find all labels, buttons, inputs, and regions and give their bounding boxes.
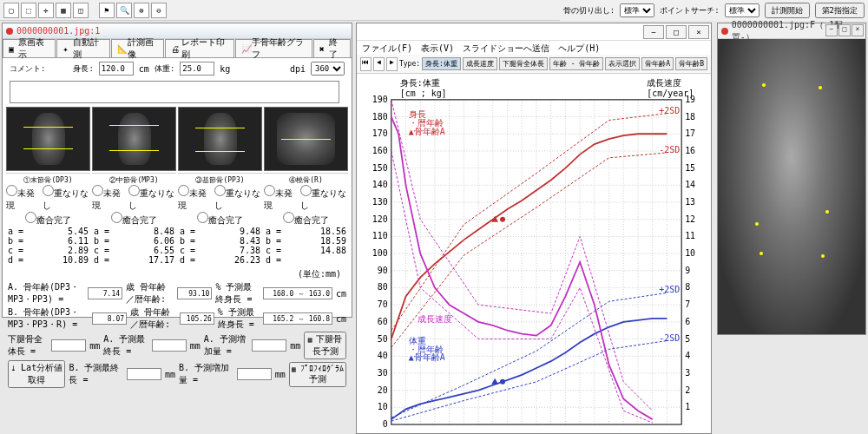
- dpi-select[interactable]: 360: [311, 62, 345, 76]
- lower-body-label: 下腿骨全体長 =: [8, 333, 48, 358]
- btn-display-select[interactable]: 表示選択: [605, 57, 640, 70]
- comment-textarea[interactable]: [10, 81, 339, 103]
- weight-input[interactable]: [180, 62, 214, 76]
- tool-zoom-icon[interactable]: 🔍: [116, 3, 132, 18]
- svg-text:+2SD: +2SD: [659, 285, 680, 294]
- lower-bone-predict-button[interactable]: ▦ 下腿骨長予測: [304, 332, 346, 359]
- minimize-button[interactable]: −: [643, 25, 664, 39]
- svg-text:180: 180: [372, 112, 388, 122]
- measure-col-0: ①末節骨(DP3) 未発現重なりなし 癒合完了 a =5.45 b =6.11 …: [6, 173, 90, 265]
- btn-growth-rate[interactable]: 成長速度: [463, 57, 497, 70]
- tab-measure-image[interactable]: 📐計測画像: [111, 39, 164, 57]
- close-button[interactable]: ×: [852, 24, 864, 36]
- svg-text:▲骨年齢A: ▲骨年齢A: [409, 352, 445, 362]
- bone-age-a-pct[interactable]: [177, 287, 212, 299]
- menu-file[interactable]: ファイル(F): [362, 43, 412, 53]
- maximize-button[interactable]: □: [666, 25, 687, 39]
- svg-text:50: 50: [378, 334, 388, 344]
- recording-icon: [721, 28, 728, 35]
- height-unit: cm: [139, 64, 149, 74]
- measurement-grid: ①末節骨(DP3) 未発現重なりなし 癒合完了 a =5.45 b =6.11 …: [3, 171, 352, 266]
- tool-crosshair-icon[interactable]: ✛: [38, 3, 54, 18]
- menu-slideshow[interactable]: スライドショーへ送信: [463, 43, 549, 53]
- chart-icon: 📈: [241, 44, 250, 53]
- svg-text:120: 120: [372, 214, 388, 224]
- btn-bone-age-b[interactable]: 骨年齢B: [675, 57, 707, 70]
- xray-detail-image[interactable]: [718, 39, 865, 334]
- tool-flag-icon[interactable]: ⚑: [99, 3, 115, 18]
- xray-thumb-dp3[interactable]: [6, 107, 90, 171]
- tool-zoomin-icon[interactable]: ⊕: [134, 3, 149, 18]
- tool-grid-icon[interactable]: ▦: [56, 3, 71, 18]
- measure-col-3: ④橈骨(R) 未発現重なりなし 癒合完了 a =18.56 b =18.59 c…: [264, 173, 348, 265]
- pred-final-b-input[interactable]: [127, 368, 161, 380]
- svg-text:140: 140: [372, 180, 388, 189]
- svg-text:8: 8: [685, 282, 690, 292]
- growth-chart: 0102030405060708090100110120130140150160…: [357, 74, 711, 433]
- xray-thumb-r[interactable]: [264, 107, 348, 171]
- menu-view[interactable]: 表示(V): [421, 43, 454, 53]
- height-input[interactable]: [99, 62, 134, 76]
- tab-exit[interactable]: ✖終了: [313, 39, 351, 57]
- minimize-button[interactable]: −: [825, 24, 838, 36]
- svg-text:2: 2: [685, 385, 690, 395]
- measurement-inputs: コメント: 身長: cm 体重: kg dpi 360: [3, 58, 352, 79]
- lower-body-input[interactable]: [51, 339, 86, 352]
- bone-age-b-value[interactable]: [92, 312, 127, 325]
- svg-text:110: 110: [372, 231, 388, 240]
- profilogram-button[interactable]: ▦ ﾌﾟﾛﾌｨﾛｸﾞﾗﾑ予測: [289, 362, 346, 387]
- tab-bone-age-graph[interactable]: 📈手骨年齢グラフ: [235, 39, 312, 57]
- lat-analysis-button[interactable]: ⤓ Lat分析値取得: [8, 360, 65, 388]
- btn-height-weight[interactable]: 身長:体重: [422, 57, 461, 70]
- pred-height-b[interactable]: [263, 312, 332, 325]
- bone-age-a-value[interactable]: [88, 287, 122, 299]
- svg-rect-80: [391, 100, 681, 424]
- svg-marker-84: [491, 378, 498, 385]
- tool-overlap-icon[interactable]: ◫: [73, 3, 89, 18]
- tab-report-print[interactable]: 🖨レポート印刷: [165, 39, 234, 57]
- point-search-select[interactable]: 標準: [725, 3, 760, 17]
- tool-dotrect-icon[interactable]: ⬚: [21, 3, 36, 18]
- menu-help[interactable]: ヘルプ(H): [558, 43, 600, 53]
- first-icon[interactable]: ⏮: [360, 57, 372, 71]
- second-specify-button[interactable]: 第2指指定: [815, 3, 865, 18]
- xray-thumb-mp3[interactable]: [92, 107, 176, 171]
- xray-thumb-pp3[interactable]: [178, 107, 262, 171]
- btn-lower-bone[interactable]: 下腿骨全体長: [499, 57, 548, 70]
- start-measure-button[interactable]: 計測開始: [765, 3, 810, 18]
- tool-zoomout-icon[interactable]: ⊖: [151, 3, 167, 18]
- chart-menu: ファイル(F) 表示(V) スライドショーへ送信 ヘルプ(H): [357, 41, 711, 55]
- dpi-label: dpi: [290, 64, 306, 74]
- chart-area: 0102030405060708090100110120130140150160…: [357, 74, 711, 433]
- bone-age-b-pct[interactable]: [180, 312, 214, 325]
- pred-height-a[interactable]: [263, 287, 332, 299]
- svg-text:3: 3: [685, 368, 690, 378]
- prev-icon[interactable]: ◀: [373, 57, 385, 71]
- bone-age-b-label: B. 骨年齢(DP3・MP3・PP3・R) =: [8, 306, 89, 331]
- svg-text:70: 70: [378, 299, 388, 309]
- pred-inc-a-input[interactable]: [252, 339, 286, 352]
- svg-text:15: 15: [685, 163, 695, 173]
- svg-text:10: 10: [378, 402, 388, 411]
- tab-auto-measure[interactable]: ✦自動計測: [56, 39, 109, 57]
- svg-text:6: 6: [685, 317, 690, 326]
- svg-text:100: 100: [372, 248, 388, 258]
- close-button[interactable]: ×: [688, 25, 709, 39]
- svg-text:▲骨年齢A: ▲骨年齢A: [409, 127, 445, 136]
- svg-text:150: 150: [372, 163, 388, 173]
- tool-select-icon[interactable]: ▢: [3, 3, 19, 18]
- bone-cutout-select[interactable]: 標準: [620, 3, 654, 17]
- tab-original-image[interactable]: ▣原画表示: [3, 39, 56, 57]
- svg-text:170: 170: [372, 128, 388, 138]
- next-icon[interactable]: ▶: [386, 57, 398, 71]
- svg-text:12: 12: [685, 214, 695, 224]
- svg-text:11: 11: [685, 231, 695, 240]
- weight-label: 体重:: [155, 63, 174, 75]
- svg-text:14: 14: [685, 180, 695, 189]
- btn-age-bone[interactable]: 年齢 - 骨年齢: [549, 57, 603, 70]
- xray-detail-title: 0000000001.jpg:F（-1配置-） − □ ×: [718, 23, 865, 39]
- pred-inc-b-input[interactable]: [237, 368, 272, 380]
- maximize-button[interactable]: □: [838, 24, 851, 36]
- pred-final-a-input[interactable]: [152, 339, 187, 352]
- btn-bone-age-a[interactable]: 骨年齢A: [641, 57, 674, 70]
